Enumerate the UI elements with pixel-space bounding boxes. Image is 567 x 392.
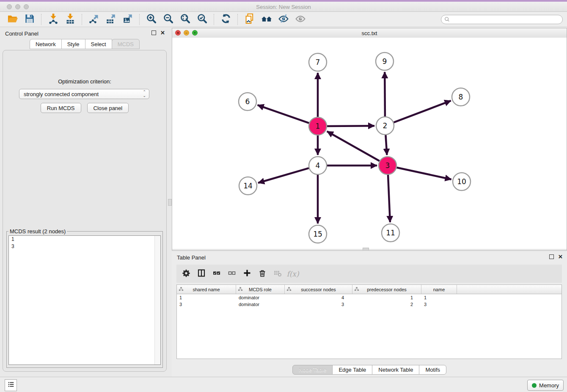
result-scrollbar[interactable] xyxy=(154,236,160,364)
edge-3-1[interactable] xyxy=(327,131,380,161)
close-panel-button[interactable]: Close panel xyxy=(87,103,129,113)
import-table-button[interactable] xyxy=(62,13,79,26)
task-history-button[interactable] xyxy=(5,379,17,391)
float-panel-icon[interactable] xyxy=(151,30,156,35)
criterion-dropdown[interactable]: strongly connected component ⌃⌄ xyxy=(19,89,149,99)
toolbar-separator xyxy=(139,14,140,25)
mcds-result-items: 13 xyxy=(9,236,160,250)
deselect-all-rows-button[interactable] xyxy=(226,268,238,280)
column-header-label: successor nodes xyxy=(301,287,336,292)
column-header-name[interactable]: name xyxy=(421,285,457,294)
select-all-rows-button[interactable] xyxy=(210,268,223,280)
edge-3-10[interactable] xyxy=(397,168,451,179)
edge-3-11[interactable] xyxy=(388,175,390,222)
tree-icon xyxy=(286,287,292,293)
network-window-titlebar[interactable]: ✕ − + scc.txt xyxy=(172,28,567,38)
search-input[interactable] xyxy=(441,15,563,24)
node-label: 7 xyxy=(316,58,320,66)
titlebar: Session: New Session xyxy=(0,0,567,12)
export-image-button[interactable] xyxy=(119,13,136,26)
zoom-out-icon xyxy=(163,13,174,26)
duplicate-network-button[interactable] xyxy=(241,13,258,26)
delete-columns-button[interactable] xyxy=(256,268,269,280)
graph-node-14[interactable]: 14 xyxy=(239,177,257,195)
memory-label: Memory xyxy=(539,382,559,389)
columns-icon xyxy=(197,269,206,279)
import-network-icon xyxy=(48,13,59,26)
export-table-button[interactable] xyxy=(102,13,119,26)
tab-style[interactable]: Style xyxy=(61,39,85,49)
tab-edge-table[interactable]: Edge Table xyxy=(332,365,372,375)
node-table: shared nameMCDS rolesuccessor nodesprede… xyxy=(176,284,562,359)
edge-2-9[interactable] xyxy=(385,72,385,116)
graph-node-6[interactable]: 6 xyxy=(239,93,256,110)
create-column-button[interactable] xyxy=(241,268,253,280)
toggle-columns-button[interactable] xyxy=(195,268,208,280)
graph-node-4[interactable]: 4 xyxy=(309,157,327,174)
graph-node-10[interactable]: 10 xyxy=(453,173,471,190)
zoom-fit-button[interactable] xyxy=(177,13,194,26)
column-header-successor-nodes[interactable]: successor nodes xyxy=(285,285,352,294)
tab-mcds[interactable]: MCDS xyxy=(112,39,140,49)
graph-node-8[interactable]: 8 xyxy=(452,88,470,106)
graph-node-7[interactable]: 7 xyxy=(309,53,327,71)
graph-node-9[interactable]: 9 xyxy=(376,52,394,70)
horizontal-splitter-handle[interactable] xyxy=(363,248,369,251)
float-table-panel-icon[interactable] xyxy=(549,254,554,259)
edge-2-8[interactable] xyxy=(394,101,451,122)
zoom-selected-button[interactable] xyxy=(194,13,211,26)
import-network-button[interactable] xyxy=(45,13,62,26)
tab-motifs[interactable]: Motifs xyxy=(419,365,446,375)
node-label: 10 xyxy=(457,177,466,186)
close-panel-icon[interactable]: ✕ xyxy=(160,30,165,35)
table-row[interactable]: 1dominator411 xyxy=(177,294,561,301)
graph-node-1[interactable]: 1 xyxy=(309,117,327,135)
fx-icon: f(x) xyxy=(286,270,299,278)
eye-icon xyxy=(295,13,306,26)
tab-network-table[interactable]: Network Table xyxy=(372,365,419,375)
save-session-button[interactable] xyxy=(21,13,38,26)
edge-layer xyxy=(258,72,451,224)
network-window: ✕ − + scc.txt 7968124314101511 xyxy=(172,28,567,251)
tab-network[interactable]: Network xyxy=(30,39,62,49)
tab-select[interactable]: Select xyxy=(85,39,112,49)
edge-2-3[interactable] xyxy=(385,135,387,155)
edge-4-14[interactable] xyxy=(258,168,309,183)
apply-layout-button[interactable] xyxy=(217,13,234,26)
graph-node-3[interactable]: 3 xyxy=(379,157,396,174)
edge-1-2[interactable] xyxy=(327,126,374,126)
memory-button[interactable]: Memory xyxy=(527,380,564,391)
graph-node-2[interactable]: 2 xyxy=(376,117,394,135)
control-panel: Control Panel ✕ NetworkStyleSelectMCDS O… xyxy=(0,28,169,377)
search-box xyxy=(441,15,563,24)
tab-node-table[interactable]: Node Table xyxy=(292,365,333,375)
close-table-panel-icon[interactable]: ✕ xyxy=(558,254,563,259)
zoom-out-button[interactable] xyxy=(160,13,177,26)
network-graph: 7968124314101511 xyxy=(172,38,567,249)
hide-graphics-button[interactable] xyxy=(275,13,292,26)
node-label: 1 xyxy=(316,122,320,130)
table-body: 1dominator4113dominator323 xyxy=(177,294,561,308)
mcds-result-list[interactable]: 13 xyxy=(8,235,161,365)
table-delete-icon xyxy=(273,269,282,279)
mcds-panel: Optimization criterion: strongly connect… xyxy=(3,50,167,372)
column-header-predecessor-nodes[interactable]: predecessor nodes xyxy=(352,285,421,294)
column-header-shared-name[interactable]: shared name xyxy=(177,285,236,294)
table-toolbar: f(x) xyxy=(176,265,562,283)
graph-node-11[interactable]: 11 xyxy=(382,224,399,242)
column-settings-button[interactable] xyxy=(180,268,193,280)
houses-button[interactable] xyxy=(258,13,275,26)
vertical-splitter-handle[interactable] xyxy=(168,199,172,206)
eye-slash-icon xyxy=(278,13,289,26)
zoom-in-button[interactable] xyxy=(143,13,160,26)
table-row[interactable]: 3dominator323 xyxy=(177,301,561,308)
column-header-MCDS-role[interactable]: MCDS role xyxy=(236,285,285,294)
graph-node-15[interactable]: 15 xyxy=(309,225,327,243)
export-network-button[interactable] xyxy=(85,13,102,26)
home-pair-icon xyxy=(261,13,272,26)
zoom-fit-icon xyxy=(180,13,191,26)
network-canvas[interactable]: 7968124314101511 xyxy=(172,38,567,249)
open-session-button[interactable] xyxy=(4,13,21,26)
run-mcds-button[interactable]: Run MCDS xyxy=(41,103,81,113)
edge-1-6[interactable] xyxy=(258,105,309,123)
